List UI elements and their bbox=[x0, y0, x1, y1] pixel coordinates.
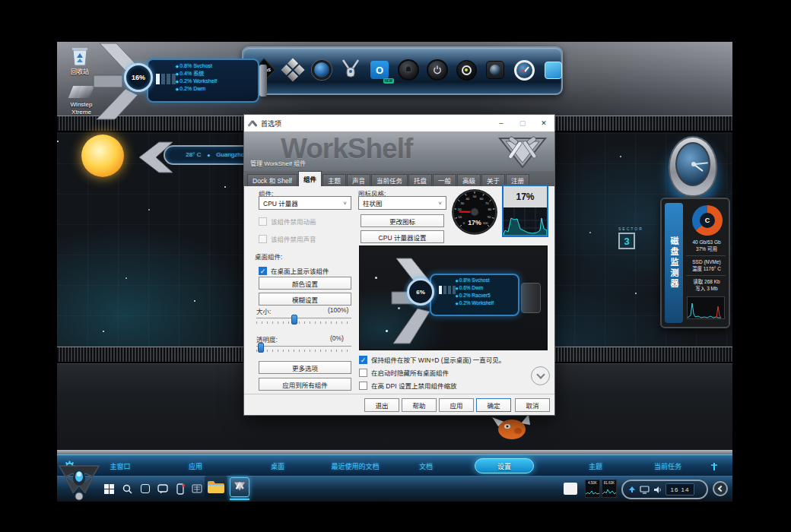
hide-startup-checkbox[interactable]: 在启动时隐藏所有桌面组件 bbox=[359, 368, 449, 377]
power-icon[interactable] bbox=[424, 57, 450, 83]
outlook-icon[interactable]: O NEW bbox=[367, 57, 392, 83]
help-button[interactable]: 帮助 bbox=[402, 398, 437, 412]
camera-icon[interactable] bbox=[482, 57, 508, 83]
cpu-widget-bar bbox=[156, 74, 176, 84]
change-icon-button[interactable]: 更改图标 bbox=[361, 214, 444, 227]
menu-item-apps[interactable]: 应用 bbox=[189, 461, 202, 471]
color-settings-button[interactable]: 颜色设置 bbox=[259, 277, 351, 290]
blur-settings-button[interactable]: 模糊设置 bbox=[259, 293, 351, 306]
header-subtitle: 管理 WorkShelf 组件 bbox=[250, 159, 306, 167]
task-view-icon[interactable] bbox=[139, 483, 151, 495]
menu-item-documents[interactable]: 文档 bbox=[419, 461, 433, 471]
menu-item-themes[interactable]: 主题 bbox=[589, 461, 602, 471]
clock-shield-widget[interactable] bbox=[666, 135, 720, 204]
icon-preview-value: 17% bbox=[504, 186, 547, 207]
disk-io: 读取 268 Kb 写入 3 Mb bbox=[685, 278, 728, 292]
size-slider[interactable] bbox=[256, 315, 351, 325]
windows-start-icon[interactable] bbox=[103, 483, 115, 495]
nexus-top-dock: NeXuS bbox=[242, 46, 563, 95]
speaker-icon[interactable] bbox=[653, 486, 662, 494]
svg-text:50: 50 bbox=[473, 195, 477, 198]
sector-number: 3 bbox=[618, 233, 635, 249]
tab-modules[interactable]: 组件 bbox=[298, 171, 322, 186]
desktop-module-label: 桌面组件: bbox=[255, 252, 282, 261]
tray-clock[interactable]: 16 14 bbox=[666, 483, 694, 496]
dock-collapse-button[interactable] bbox=[713, 481, 728, 496]
tab-advanced[interactable]: 高级 bbox=[457, 174, 481, 186]
ok-button[interactable]: 确定 bbox=[476, 398, 511, 412]
menu-item-desktop[interactable]: 桌面 bbox=[271, 461, 284, 471]
checkbox-icon bbox=[359, 382, 367, 390]
apply-to-all-button[interactable]: 应用到所有组件 bbox=[259, 378, 351, 391]
svg-text:40: 40 bbox=[466, 197, 470, 201]
network-meter-2[interactable]: 81.63K bbox=[602, 480, 617, 498]
tab-general[interactable]: 一般 bbox=[433, 174, 456, 186]
monitor-icon[interactable] bbox=[640, 486, 650, 494]
tray-white-tile-icon[interactable] bbox=[564, 483, 577, 495]
phone-link-icon[interactable] bbox=[174, 483, 186, 495]
taskbar-robot-emblem[interactable] bbox=[57, 460, 103, 502]
icon-style-preview[interactable]: 17% bbox=[502, 185, 548, 237]
cpu-meter-widget[interactable]: 16% ◆ 0.8% Svchost ◆ 0.4% 系统 ◆ 0.2% Work… bbox=[86, 42, 276, 122]
disk-monitor-widget[interactable]: 磁盘监测器 C 40 Gb/63 Gb 37% 可用 SSD (NVMe) 温度… bbox=[660, 198, 730, 328]
tab-tray[interactable]: 托盘 bbox=[408, 174, 432, 186]
tiles-icon[interactable] bbox=[280, 57, 306, 83]
blue-square-icon[interactable] bbox=[540, 57, 566, 83]
checkbox-icon bbox=[259, 235, 267, 243]
disable-animation-checkbox[interactable]: 该组件禁用动画 bbox=[259, 217, 316, 226]
speaker-orb-icon[interactable] bbox=[453, 57, 479, 83]
cancel-button[interactable]: 取消 bbox=[515, 398, 550, 412]
globe-icon[interactable] bbox=[309, 57, 335, 83]
svg-text:30: 30 bbox=[460, 201, 464, 205]
tab-themes[interactable]: 主题 bbox=[322, 174, 346, 186]
disable-sound-checkbox[interactable]: 该组件禁用声音 bbox=[259, 234, 316, 243]
high-dpi-checkbox[interactable]: 在高 DPI 设置上禁用组件缩放 bbox=[359, 381, 456, 390]
exit-button[interactable]: 退出 bbox=[364, 398, 399, 412]
size-value: (100%) bbox=[328, 306, 348, 314]
workshelf-icon[interactable] bbox=[230, 477, 249, 497]
active-app-indicator bbox=[230, 499, 249, 500]
weather-widget[interactable]: 28° C ◆ Guangzhou bbox=[81, 133, 256, 182]
ime-icon[interactable] bbox=[191, 483, 203, 495]
bell-icon[interactable] bbox=[396, 57, 421, 83]
checkbox-checked-icon: ✓ bbox=[259, 267, 267, 275]
show-on-desktop-checkbox[interactable]: ✓在桌面上显示该组件 bbox=[259, 266, 329, 275]
dialog-titlebar[interactable]: 首选项 – ▢ ✕ bbox=[244, 115, 554, 131]
clock-gauge-icon[interactable] bbox=[511, 57, 537, 83]
disk-capacity: 40 Gb/63 Gb 37% 可用 bbox=[685, 239, 728, 252]
network-meter-1[interactable]: 4.50K bbox=[585, 480, 600, 498]
tab-tasks[interactable]: 当前任务 bbox=[371, 174, 408, 186]
tab-sounds[interactable]: 声音 bbox=[347, 174, 370, 186]
menu-item-current-tasks[interactable]: 当前任务 bbox=[654, 461, 681, 471]
svg-text:10: 10 bbox=[459, 215, 462, 219]
module-select[interactable]: CPU 计量器˅ bbox=[259, 196, 351, 210]
search-icon[interactable] bbox=[121, 483, 133, 495]
sector-label: SECTOR bbox=[618, 226, 643, 231]
screen: SECTOR 3 回收站 Winstep Xtreme bbox=[0, 0, 791, 532]
process-line: ◆ 0.8% Svchost bbox=[176, 62, 217, 70]
menu-item-main-window[interactable]: 主窗口 bbox=[110, 461, 130, 471]
opacity-slider[interactable] bbox=[256, 343, 351, 353]
menu-item-settings[interactable]: 设置 bbox=[497, 461, 511, 471]
disk-activity-graph bbox=[687, 296, 725, 319]
minimize-button[interactable]: – bbox=[491, 115, 512, 131]
power-plug-icon[interactable] bbox=[710, 461, 719, 472]
maximize-button[interactable]: ▢ bbox=[512, 115, 533, 131]
meter-settings-button[interactable]: CPU 计量器设置 bbox=[361, 230, 444, 243]
more-options-button[interactable]: 更多选项 bbox=[259, 361, 351, 374]
sun-icon bbox=[81, 135, 124, 177]
apply-button[interactable]: 应用 bbox=[439, 398, 474, 412]
tray-expand-icon[interactable] bbox=[628, 486, 636, 493]
win-d-checkbox[interactable]: ✓保持组件在按下 WIN+D (显示桌面) 一直可见。 bbox=[359, 355, 505, 364]
svg-text:17%: 17% bbox=[468, 219, 481, 226]
tab-dock-shelf[interactable]: Dock 和 Shelf bbox=[247, 174, 297, 186]
bottom-menu-bar: 主窗口 应用 桌面 最近使用的文档 文档 设置 主题 当前任务 bbox=[57, 454, 732, 477]
menu-item-recent-docs[interactable]: 最近使用的文档 bbox=[331, 461, 379, 471]
cpu-widget-process-list: ◆ 0.8% Svchost ◆ 0.4% 系统 ◆ 0.2% Workshel… bbox=[176, 62, 217, 93]
chat-icon[interactable] bbox=[157, 483, 169, 495]
close-button[interactable]: ✕ bbox=[533, 115, 554, 131]
robot-icon[interactable] bbox=[338, 57, 364, 83]
expand-more-button[interactable] bbox=[531, 366, 550, 385]
file-explorer-icon[interactable] bbox=[205, 476, 227, 499]
icon-style-select[interactable]: 柱状图˅ bbox=[358, 196, 446, 210]
